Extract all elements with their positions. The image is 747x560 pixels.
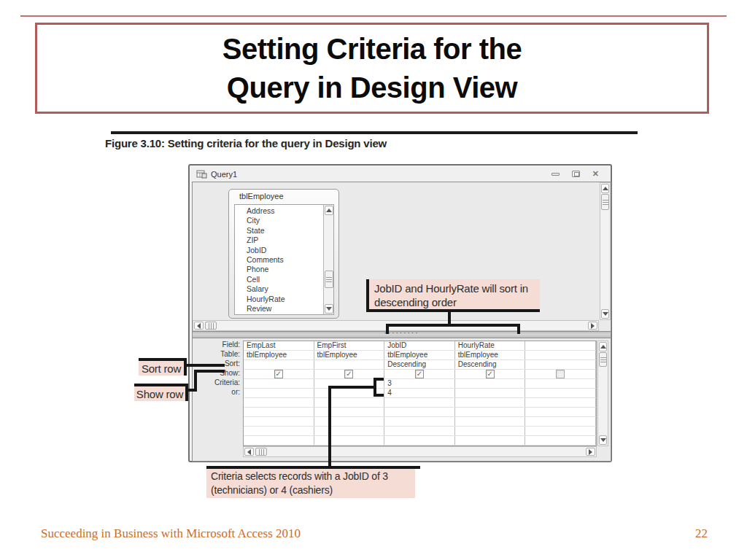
grid-cell[interactable] — [525, 398, 596, 407]
scroll-down-button[interactable] — [599, 435, 607, 445]
grid-cell[interactable]: JobID — [384, 341, 455, 350]
grid-cell[interactable] — [525, 436, 596, 445]
grid-row: tblEmployeetblEmployeetblEmployeetblEmpl… — [244, 351, 596, 360]
show-checkbox-unchecked[interactable] — [556, 370, 565, 378]
grid-cell[interactable] — [525, 360, 596, 369]
grid-cell[interactable] — [244, 389, 314, 397]
pane-splitter[interactable]: ········· — [193, 331, 611, 338]
top-pane-vscrollbar[interactable] — [600, 182, 611, 320]
arrow-right-icon — [591, 323, 595, 329]
slide: Setting Criteria for the Query in Design… — [0, 0, 747, 560]
grid-cell[interactable] — [244, 408, 314, 416]
sort-row-label: Sort row — [139, 358, 187, 376]
grid-cell[interactable] — [244, 379, 314, 388]
scroll-left-button[interactable] — [244, 448, 254, 456]
field-list-item[interactable]: JobID — [235, 246, 323, 255]
scroll-thumb[interactable] — [255, 448, 267, 456]
field-list-item[interactable]: Address — [235, 206, 323, 216]
scroll-thumb[interactable] — [601, 194, 609, 210]
label-text: Show row — [136, 388, 183, 400]
grid-cell[interactable] — [455, 417, 526, 426]
field-list-item[interactable]: State — [235, 226, 323, 236]
field-listbox: AddressCityStateZIPJobIDCommentsPhoneCel… — [234, 204, 334, 315]
field-list-tblEmployee[interactable]: tblEmployee AddressCityStateZIPJobIDComm… — [228, 189, 339, 319]
scroll-right-button[interactable] — [586, 448, 595, 456]
grid-cell[interactable] — [314, 436, 385, 445]
grid-cell[interactable] — [525, 389, 596, 397]
grid-cell[interactable] — [384, 427, 455, 435]
grid-cell[interactable] — [455, 436, 526, 445]
show-checkbox-checked[interactable]: ✓ — [415, 370, 424, 378]
grid-cell[interactable] — [314, 360, 385, 369]
grid-cell[interactable] — [525, 370, 596, 378]
grid-cell[interactable] — [455, 389, 526, 397]
grid-cell[interactable]: 3 — [384, 379, 455, 388]
grid-cell[interactable] — [314, 417, 385, 426]
field-list-item[interactable]: Cell — [235, 275, 323, 284]
grid-cell[interactable] — [384, 398, 455, 407]
field-list-item[interactable]: ZIP — [235, 236, 323, 245]
callout-text: (technicians) or 4 (cashiers) — [211, 483, 415, 497]
scroll-down-button[interactable] — [601, 309, 609, 319]
scroll-thumb[interactable] — [599, 352, 607, 367]
grid-cell[interactable]: EmpFirst — [314, 341, 385, 350]
scroll-up-button[interactable] — [599, 342, 607, 351]
show-checkbox-checked[interactable]: ✓ — [344, 370, 353, 378]
grid-cell[interactable]: EmpLast — [244, 341, 314, 350]
scroll-left-button[interactable] — [194, 322, 204, 330]
grid-cell[interactable] — [244, 360, 314, 369]
grid-cell[interactable] — [384, 408, 455, 416]
grid-cell[interactable] — [525, 408, 596, 416]
grid-cell[interactable]: tblEmployee — [314, 351, 385, 359]
minimize-icon[interactable] — [551, 173, 560, 176]
scroll-down-button[interactable] — [325, 304, 333, 314]
grid-cell[interactable] — [314, 427, 385, 435]
grid-cell[interactable]: HourlyRate — [455, 341, 526, 350]
scroll-right-button[interactable] — [588, 322, 597, 330]
grid-cell[interactable] — [455, 379, 526, 388]
close-icon[interactable]: ✕ — [592, 170, 599, 178]
window-titlebar[interactable]: Query1 ✕ — [191, 166, 609, 182]
grid-cell[interactable] — [244, 427, 314, 435]
grid-vscrollbar[interactable] — [597, 341, 608, 446]
grid-cell[interactable] — [455, 408, 526, 416]
field-list-scrollbar[interactable] — [323, 205, 333, 314]
show-checkbox-checked[interactable]: ✓ — [274, 370, 283, 378]
grid-cell[interactable] — [525, 351, 596, 359]
grid-cell[interactable]: tblEmployee — [455, 351, 526, 359]
grid-cell[interactable] — [314, 398, 385, 407]
grid-cell[interactable]: ✓ — [455, 370, 526, 378]
grid-cell[interactable] — [244, 417, 314, 426]
field-list-item[interactable]: HourlyRate — [235, 295, 323, 304]
maximize-icon[interactable] — [572, 171, 580, 177]
grid-cell[interactable]: tblEmployee — [384, 351, 455, 359]
grid-cell[interactable] — [384, 436, 455, 445]
scroll-thumb[interactable] — [205, 322, 217, 330]
field-list-item[interactable]: Salary — [235, 284, 323, 294]
grid-cell[interactable] — [455, 398, 526, 407]
grid-cell[interactable]: ✓ — [384, 370, 455, 378]
field-list-item[interactable]: City — [235, 216, 323, 225]
grid-cell[interactable] — [314, 408, 385, 416]
grid-cell[interactable]: Descending — [455, 360, 526, 369]
grid-cell[interactable]: 4 — [384, 389, 455, 397]
grid-cell[interactable] — [525, 427, 596, 435]
grid-cell[interactable]: tblEmployee — [244, 351, 314, 359]
grid-cell[interactable] — [455, 427, 526, 435]
scroll-up-button[interactable] — [601, 184, 609, 193]
grid-cell[interactable] — [244, 436, 314, 445]
scroll-up-button[interactable] — [325, 206, 333, 215]
field-list-item[interactable]: Review — [235, 304, 323, 314]
field-list-item[interactable]: Phone — [235, 265, 323, 274]
grid-cell[interactable] — [384, 417, 455, 426]
grid-cell[interactable]: Descending — [384, 360, 455, 369]
grid-hscrollbar[interactable] — [243, 446, 597, 457]
show-checkbox-checked[interactable]: ✓ — [486, 370, 495, 378]
field-list-item[interactable]: Comments — [235, 255, 323, 265]
grid-cell[interactable] — [525, 417, 596, 426]
grid-cell[interactable]: ✓ — [244, 370, 314, 378]
scroll-thumb[interactable] — [325, 271, 333, 288]
grid-cell[interactable] — [525, 379, 596, 388]
grid-cell[interactable] — [525, 341, 596, 350]
grid-cell[interactable] — [244, 398, 314, 407]
